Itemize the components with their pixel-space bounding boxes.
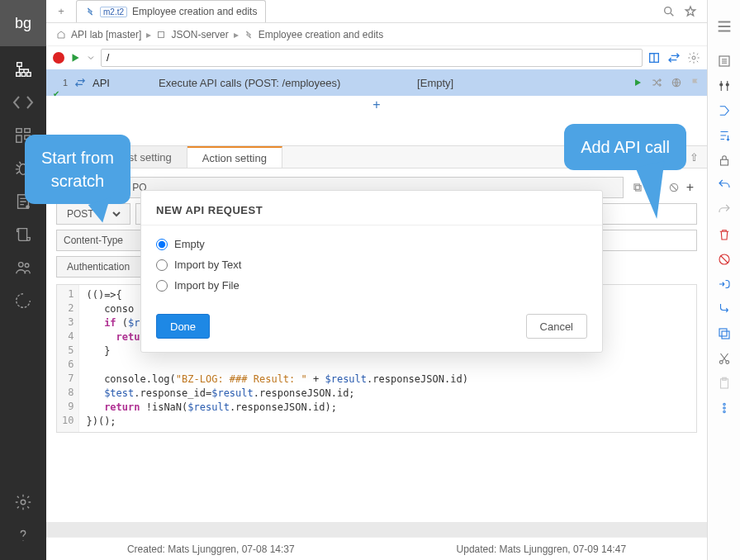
gear-icon[interactable] [687, 51, 700, 64]
step-globe-icon[interactable] [671, 77, 682, 88]
tab-label: Employee creation and edits [132, 6, 257, 17]
layout-icon[interactable] [648, 51, 661, 64]
callout-add-api: Add API call [564, 124, 686, 170]
modal-title: NEW API REQUEST [141, 191, 602, 225]
right-sidebar [707, 0, 740, 560]
path-input[interactable] [101, 49, 643, 67]
crumb-1[interactable]: API lab [master] [71, 29, 141, 40]
svg-rect-0 [17, 63, 22, 67]
more-icon[interactable] [708, 398, 741, 418]
new-api-request-modal: NEW API REQUEST Empty Import by Text Imp… [140, 190, 603, 353]
option-empty[interactable]: Empty [156, 234, 587, 254]
svg-point-15 [719, 83, 722, 86]
test-step-row[interactable]: 1✔ API Execute API calls (POST: /employe… [46, 69, 707, 96]
svg-rect-29 [159, 31, 164, 37]
svg-point-26 [723, 407, 724, 409]
step-flag-icon[interactable] [690, 77, 700, 88]
cancel-button[interactable]: Cancel [526, 314, 587, 339]
users-icon[interactable] [0, 251, 46, 284]
play-button[interactable] [69, 52, 81, 64]
bottom-bar [46, 522, 707, 537]
star-icon[interactable] [684, 5, 697, 18]
menu-icon[interactable] [708, 7, 741, 46]
left-sidebar: bg [0, 0, 46, 560]
svg-rect-20 [719, 329, 727, 336]
svg-point-31 [692, 56, 695, 59]
nav-back-forward[interactable] [0, 86, 46, 119]
disable-icon[interactable] [708, 249, 741, 269]
sliders-icon[interactable] [708, 76, 741, 96]
svg-rect-34 [634, 184, 639, 189]
new-tab-button[interactable]: + [51, 0, 71, 22]
svg-rect-6 [17, 135, 21, 142]
tab-employee-creation[interactable]: m2.t2 Employee creation and edits [76, 0, 266, 22]
step-description: Execute API calls (POST: /employees) [159, 77, 417, 89]
lock-icon[interactable] [708, 150, 741, 170]
svg-point-12 [25, 263, 29, 268]
callout-start-scratch: Start fromscratch [25, 135, 130, 204]
settings-icon[interactable] [0, 486, 46, 519]
step-shuffle-icon[interactable] [651, 77, 662, 88]
scroll-icon[interactable] [0, 218, 46, 251]
option-import-file[interactable]: Import by File [156, 275, 587, 296]
search-icon[interactable] [662, 5, 676, 18]
svg-point-16 [726, 83, 728, 86]
svg-point-21 [719, 361, 723, 364]
crumb-2[interactable]: JSON-server [171, 29, 228, 40]
step-value: [Empty] [417, 77, 633, 89]
cut-icon[interactable] [708, 349, 741, 368]
swap-small-icon [74, 77, 86, 88]
flow-right-icon[interactable] [708, 274, 741, 294]
tab-action-setting[interactable]: Action setting [187, 146, 282, 168]
run-bar [46, 46, 707, 69]
step-type: API [92, 77, 159, 89]
add-step-button[interactable]: + [46, 96, 707, 114]
trash-icon[interactable] [708, 225, 741, 244]
svg-rect-4 [17, 129, 21, 133]
done-button[interactable]: Done [156, 314, 210, 339]
updated-label: Updated: Mats Ljunggren, 07-09 14:47 [457, 543, 626, 555]
sort-icon[interactable] [708, 126, 741, 145]
created-label: Created: Mats Ljunggren, 07-08 14:37 [127, 543, 295, 555]
undo-icon[interactable] [708, 175, 741, 195]
line-gutter: 12345678910 [57, 285, 79, 432]
svg-rect-1 [17, 73, 21, 77]
record-button[interactable] [53, 52, 64, 64]
redo-icon[interactable] [708, 200, 741, 220]
sitemap-icon[interactable] [0, 53, 46, 86]
svg-rect-3 [27, 73, 31, 77]
swap-icon[interactable] [667, 51, 681, 64]
svg-rect-2 [21, 73, 26, 77]
play-options[interactable] [86, 53, 96, 63]
svg-rect-19 [722, 331, 729, 339]
option-import-text[interactable]: Import by Text [156, 254, 587, 275]
list-icon[interactable] [708, 51, 741, 71]
help-icon[interactable] [0, 519, 46, 552]
flow-down-icon[interactable] [708, 299, 741, 319]
svg-point-25 [723, 403, 724, 405]
svg-point-28 [665, 7, 671, 13]
step-play-icon[interactable] [633, 78, 643, 88]
paste-icon[interactable] [708, 373, 741, 393]
copy-icon[interactable] [708, 324, 741, 344]
svg-point-10 [26, 205, 30, 209]
svg-point-27 [723, 411, 724, 412]
svg-point-11 [19, 263, 24, 268]
tab-badge: m2.t2 [100, 7, 127, 17]
step-number: 1✔ [53, 78, 68, 88]
breadcrumb: API lab [master] ▸ JSON-server ▸ Employe… [46, 23, 707, 46]
svg-rect-5 [25, 129, 30, 133]
crumb-3[interactable]: Employee creation and edits [259, 29, 383, 40]
add-request-icon[interactable]: + [686, 180, 694, 195]
svg-point-13 [21, 500, 26, 505]
app-logo[interactable]: bg [0, 0, 46, 46]
svg-point-22 [725, 361, 728, 364]
branch-icon[interactable] [708, 101, 741, 121]
tab-bar: + m2.t2 Employee creation and edits [46, 0, 707, 23]
footer: Created: Mats Ljunggren, 07-08 14:37 Upd… [46, 537, 707, 560]
progress-icon[interactable] [0, 284, 46, 317]
svg-rect-17 [720, 159, 728, 165]
